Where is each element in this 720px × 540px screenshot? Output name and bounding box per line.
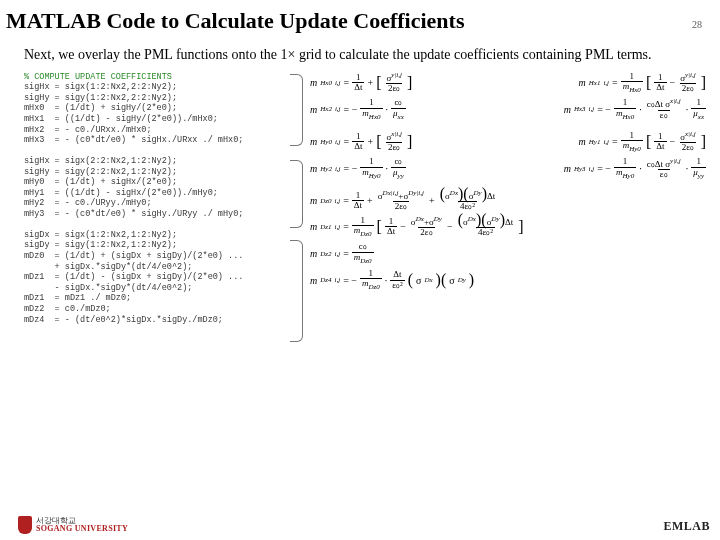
content-area: % COMPUTE UPDATE COEFFICIENTS sigHx = si… [6,72,706,336]
eq-hx0: mHx0i,j = 1Δt + [σy|i,j2ε₀] [310,72,412,94]
code-comment: % COMPUTE UPDATE COEFFICIENTS [24,72,172,82]
eq-dz1: mDz1i,j = 1mDz0 [1Δt − σDx+σDy2ε₀ − (σDx… [310,216,524,239]
code-hx: sigHx = sigx(1:2:Nx2,2:2:Ny2); sigHy = s… [24,82,243,145]
math-column: mHx0i,j = 1Δt + [σy|i,j2ε₀] mHx1i,j = 1m… [310,72,706,336]
code-column: % COMPUTE UPDATE COEFFICIENTS sigHx = si… [24,72,284,336]
eq-hy0: mHy0i,j = 1Δt + [σx|i,j2ε₀] [310,131,412,153]
page-title: MATLAB Code to Calculate Update Coeffici… [6,8,464,34]
eq-dz2: mDz2i,j = c₀mDz0 [310,242,374,265]
uni-english: SOGANG UNIVERSITY [36,525,128,533]
brace-hy [290,160,303,228]
header: MATLAB Code to Calculate Update Coeffici… [6,8,706,42]
page-number: 28 [692,19,706,30]
eq-hx3: mHx3i,j = − 1mHx0 ·c₀Δt σx|i,jε₀ ·1μxx [564,98,706,121]
eq-dz4: mDz4i,j = − 1mDz0 ·Δtε₀² (σDx)(σDy) [310,269,474,292]
brace-dz [290,240,303,342]
code-block-hy: sigHx = sigx(2:2:Nx2,1:2:Ny2); sigHy = s… [24,156,284,220]
eq-hy2: mHy2i,j = − 1mHy0 ·c₀μyy [310,157,406,180]
eq-dz0: mDz0i,j = 1Δt + σDx|i,j+σDy|i,j2ε₀ + (σD… [310,190,497,212]
eq-hx2: mHx2i,j = − 1mHx0 ·c₀μxx [310,98,406,121]
math-hy: mHy0i,j = 1Δt + [σx|i,j2ε₀] mHy1i,j = 1m… [310,131,706,180]
intro-text: Next, we overlay the PML functions onto … [24,46,688,64]
math-hx: mHx0i,j = 1Δt + [σy|i,j2ε₀] mHx1i,j = 1m… [310,72,706,121]
eq-hy1: mHy1i,j = 1mHy0 [1Δt − σx|i,j2ε₀] [579,131,706,154]
lab-name: EMLAB [663,519,710,534]
code-block-dz: sigDx = sigx(1:2:Nx2,1:2:Ny2); sigDy = s… [24,230,284,326]
brace-hx [290,74,303,146]
slide: MATLAB Code to Calculate Update Coeffici… [0,0,720,540]
math-dz: mDz0i,j = 1Δt + σDx|i,j+σDy|i,j2ε₀ + (σD… [310,190,706,292]
brace-column [290,72,304,336]
code-block-hx: % COMPUTE UPDATE COEFFICIENTS sigHx = si… [24,72,284,146]
footer: 서강대학교 SOGANG UNIVERSITY EMLAB [0,516,720,534]
eq-hx1: mHx1i,j = 1mHx0 [1Δt − σy|i,j2ε₀] [579,72,706,95]
eq-hy3: mHy3i,j = − 1mHy0 ·c₀Δt σy|i,jε₀ ·1μyy [564,157,706,180]
university-logo: 서강대학교 SOGANG UNIVERSITY [18,516,128,534]
shield-icon [18,516,32,534]
